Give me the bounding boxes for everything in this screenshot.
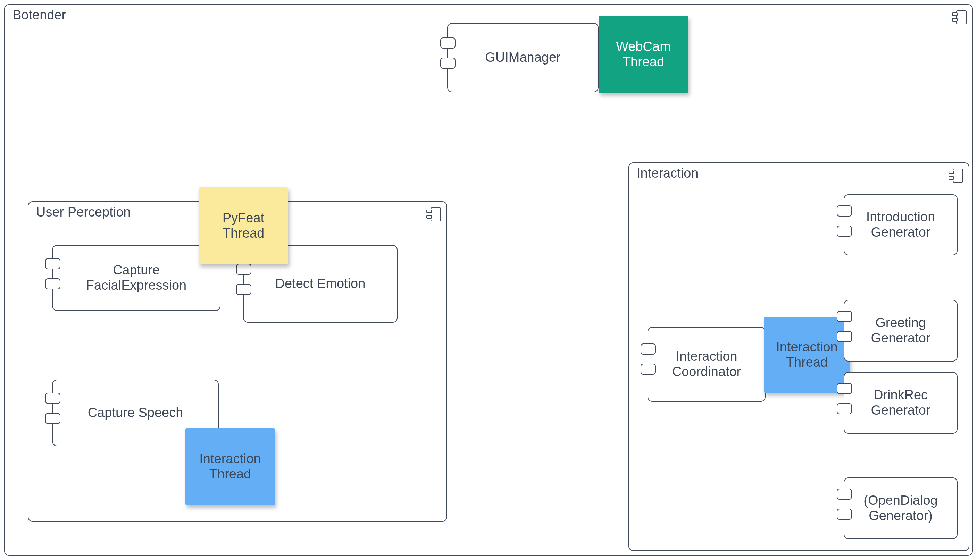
component-icon <box>953 10 967 24</box>
note-interaction-thread-left: InteractionThread <box>185 428 275 505</box>
user-perception-title: User Perception <box>36 205 130 220</box>
component-capture-facial-expression: CaptureFacialExpression <box>52 245 220 311</box>
component-gui-manager: GUIManager <box>447 23 599 92</box>
note-pyfeat-thread: PyFeatThread <box>199 187 288 264</box>
detect-emotion-label: Detect Emotion <box>276 276 366 292</box>
component-interaction-coordinator: InteractionCoordinator <box>648 327 766 402</box>
gui-manager-label: GUIManager <box>485 50 561 65</box>
note-webcam-thread: WebCamThread <box>599 16 688 93</box>
intro-gen-label: IntroductionGenerator <box>866 210 935 240</box>
component-icon <box>949 168 963 183</box>
component-greeting-generator: GreetingGenerator <box>844 300 957 362</box>
greet-gen-label: GreetingGenerator <box>871 315 930 345</box>
opendlg-gen-label: (OpenDialogGenerator) <box>863 493 937 523</box>
note-text: InteractionThread <box>199 452 261 482</box>
package-title: Botender <box>12 8 66 23</box>
interaction-title: Interaction <box>637 166 698 181</box>
note-text: WebCamThread <box>616 39 671 69</box>
interaction-coordinator-label: InteractionCoordinator <box>672 349 741 379</box>
component-introduction-generator: IntroductionGenerator <box>844 194 957 255</box>
component-opendialog-generator: (OpenDialogGenerator) <box>844 477 957 539</box>
capture-speech-label: Capture Speech <box>88 405 183 420</box>
component-drinkrec-generator: DrinkRecGenerator <box>844 372 957 434</box>
note-text: InteractionThread <box>776 340 837 370</box>
component-icon <box>427 207 441 222</box>
note-text: PyFeatThread <box>222 211 264 241</box>
drink-gen-label: DrinkRecGenerator <box>871 388 930 418</box>
uml-canvas: Botender GUIManager WebCamThread User Pe… <box>0 0 977 560</box>
cfe-label: CaptureFacialExpression <box>86 263 187 293</box>
